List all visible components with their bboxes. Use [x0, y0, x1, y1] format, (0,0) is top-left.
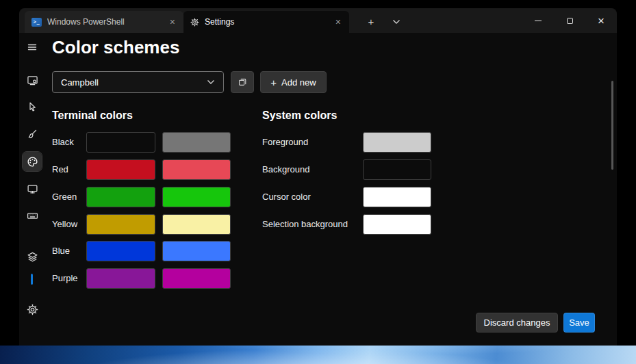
titlebar: >_ Windows PowerShell × Settings × — [19, 8, 617, 33]
scheme-dropdown-value: Campbell — [61, 77, 207, 88]
page-title: Color schemes — [52, 37, 179, 58]
nav-item-interaction[interactable] — [23, 97, 42, 116]
swatch-cursor-color[interactable] — [363, 187, 431, 207]
color-label: Purple — [52, 268, 78, 289]
new-tab-button[interactable]: + — [363, 14, 379, 29]
terminal-settings-window: >_ Windows PowerShell × Settings × — [19, 8, 617, 346]
nav-item-rendering[interactable] — [23, 179, 42, 198]
add-new-scheme-button[interactable]: + Add new — [260, 71, 327, 93]
plus-icon: + — [270, 77, 277, 88]
tab-label: Windows PowerShell — [47, 17, 163, 27]
nav-item-color-schemes[interactable] — [23, 152, 42, 171]
hamburger-icon — [27, 42, 38, 53]
maximize-icon — [567, 18, 573, 24]
tab-close-icon[interactable]: × — [168, 17, 177, 27]
desktop-wallpaper — [0, 346, 636, 364]
nav-item-startup[interactable] — [23, 70, 42, 90]
content-scrollbar[interactable] — [611, 81, 613, 170]
tab-dropdown-button[interactable] — [389, 16, 404, 27]
system-row-foreground: Foreground — [45, 132, 617, 153]
terminal-colors-heading: Terminal colors — [52, 109, 133, 122]
tab-settings[interactable]: Settings × — [183, 11, 349, 33]
copy-icon — [238, 77, 247, 87]
nav-item-actions[interactable] — [23, 206, 42, 225]
palette-icon — [27, 156, 38, 168]
cursor-icon — [27, 101, 38, 112]
color-label: Background — [262, 159, 309, 180]
duplicate-scheme-button[interactable] — [231, 71, 254, 93]
minimize-icon — [535, 21, 542, 21]
swatch-purple[interactable] — [86, 268, 155, 289]
gear-icon — [27, 304, 38, 315]
swatch-foreground[interactable] — [363, 132, 431, 153]
tab-windows-powershell[interactable]: >_ Windows PowerShell × — [25, 11, 183, 33]
color-label: Cursor color — [262, 187, 311, 207]
main-content: Color schemes Campbell + Add new Termina… — [45, 33, 617, 346]
keyboard-icon — [27, 210, 38, 222]
swatch-blue[interactable] — [86, 241, 155, 261]
color-label: Selection background — [262, 214, 348, 235]
system-row-background: Background — [45, 159, 617, 180]
tab-close-icon[interactable]: × — [334, 17, 342, 27]
chevron-down-icon — [207, 79, 215, 85]
discard-changes-button[interactable]: Discard changes — [476, 313, 558, 333]
nav-item-appearance[interactable] — [23, 125, 42, 144]
color-row-blue: Blue — [45, 241, 617, 261]
startup-icon — [27, 75, 38, 86]
add-new-label: Add new — [281, 77, 316, 88]
system-colors-heading: System colors — [262, 109, 337, 122]
color-row-purple: Purple — [45, 268, 617, 289]
maximize-button[interactable] — [554, 8, 585, 33]
settings-gear-icon — [190, 18, 199, 27]
close-window-button[interactable]: × — [585, 8, 617, 33]
minimize-button[interactable] — [522, 8, 554, 33]
tab-label: Settings — [205, 17, 329, 27]
chevron-down-icon — [392, 19, 400, 25]
caption-buttons: × — [522, 8, 617, 33]
system-row-selection-background: Selection background — [45, 214, 617, 235]
layers-icon — [27, 251, 38, 263]
color-label: Foreground — [262, 132, 308, 153]
nav-sidebar — [19, 33, 45, 346]
nav-selection-indicator — [31, 274, 33, 285]
swatch-bright-blue[interactable] — [162, 241, 231, 261]
close-icon: × — [598, 15, 605, 27]
color-label: Blue — [52, 241, 70, 261]
nav-item-settings[interactable] — [23, 300, 42, 319]
menu-button[interactable] — [23, 38, 42, 57]
swatch-background[interactable] — [363, 159, 431, 180]
scheme-dropdown[interactable]: Campbell — [52, 71, 224, 93]
monitor-icon — [27, 183, 38, 195]
swatch-bright-purple[interactable] — [162, 268, 231, 289]
powershell-icon: >_ — [31, 18, 42, 27]
system-row-cursor: Cursor color — [45, 187, 617, 207]
save-button[interactable]: Save — [563, 313, 595, 333]
nav-item-profiles[interactable] — [23, 247, 42, 266]
paintbrush-icon — [27, 129, 38, 140]
swatch-selection-background[interactable] — [363, 214, 431, 235]
tab-strip: >_ Windows PowerShell × Settings × — [25, 11, 349, 33]
